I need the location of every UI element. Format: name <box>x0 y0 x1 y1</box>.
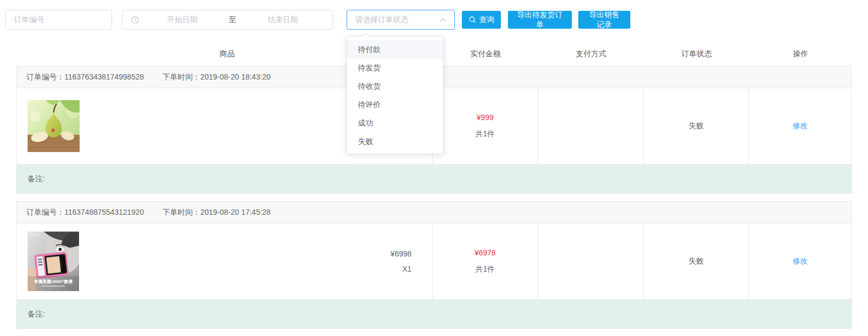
order-status: 失败 <box>688 256 703 266</box>
action-cell: 修改 <box>749 223 851 299</box>
status-option-success[interactable]: 成功 <box>347 114 443 132</box>
modify-link[interactable]: 修改 <box>793 256 808 266</box>
paid-amount-cell: ¥6978 共1件 <box>433 223 538 299</box>
unit-price: ¥6998 <box>390 246 412 261</box>
modify-link[interactable]: 修改 <box>793 121 808 131</box>
date-range-separator: 至 <box>226 15 240 25</box>
order-status-cell: 失败 <box>644 88 749 164</box>
order-no-input[interactable]: 订单编号 <box>5 10 112 30</box>
paid-amount: ¥6978 <box>474 248 495 257</box>
search-button[interactable]: 查询 <box>462 11 501 29</box>
dropdown-arrow <box>362 33 369 40</box>
order-status-cell: 失败 <box>644 223 749 299</box>
product-image-brand: CASIO <box>30 233 40 236</box>
action-cell: 修改 <box>749 88 851 164</box>
column-header-payment-method: 支付方式 <box>538 49 644 59</box>
export-pending-orders-label: 导出待发货订单 <box>516 10 564 30</box>
date-range-picker[interactable]: 开始日期 至 结束日期 <box>122 10 333 30</box>
end-date-placeholder: 结束日期 <box>240 15 327 25</box>
status-option-pending-shipment[interactable]: 待发货 <box>347 58 443 77</box>
export-sales-records-button[interactable]: 导出销售记录 <box>578 11 630 29</box>
order-number: 订单编号：1163763438174998528 <box>27 73 144 82</box>
column-header-order-status: 订单状态 <box>644 49 749 59</box>
export-sales-records-label: 导出销售记录 <box>586 10 622 30</box>
payment-method-cell <box>538 223 644 299</box>
remark-label: 备注: <box>28 174 45 184</box>
start-date-placeholder: 开始日期 <box>139 15 226 25</box>
remark-row: 备注: <box>17 164 851 193</box>
search-icon <box>468 16 477 24</box>
payment-method-cell <box>538 88 644 164</box>
order-status: 失败 <box>688 121 703 131</box>
paid-amount-cell: ¥999 共1件 <box>433 88 538 164</box>
status-option-pending-receipt[interactable]: 待收货 <box>347 77 443 95</box>
order-number: 订单编号：1163748875543121920 <box>27 208 144 218</box>
piece-count: 共1件 <box>475 129 495 139</box>
order-time: 下单时间：2019-08-20 18:43:20 <box>162 73 271 82</box>
remark-label: 备注: <box>28 309 45 319</box>
column-header-paid-amount: 实付金额 <box>433 49 538 59</box>
product-cell: 专属美颜 9000°微调 CASIO ¥6998 X1 <box>17 223 433 299</box>
order-card-body: 专属美颜 9000°微调 CASIO ¥6998 X1 ¥6978 共1件 失败 <box>17 223 851 299</box>
status-option-pending-review[interactable]: 待评价 <box>347 95 443 114</box>
order-status-placeholder: 请选择订单状态 <box>355 15 440 25</box>
order-no-placeholder: 订单编号 <box>14 15 44 25</box>
product-image-pear <box>28 100 80 152</box>
piece-count: 共1件 <box>475 265 495 274</box>
unit-price-quantity: ¥6998 X1 <box>390 246 412 276</box>
chevron-up-icon <box>440 18 446 22</box>
order-card: 订单编号：1163748875543121920 下单时间：2019-08-20… <box>16 201 852 329</box>
clock-icon <box>131 16 139 24</box>
column-header-action: 操作 <box>749 49 852 59</box>
quantity: X1 <box>390 261 412 276</box>
product-image-camera: 专属美颜 9000°微调 CASIO <box>28 232 79 291</box>
remark-row: 备注: <box>17 299 851 328</box>
order-card-header: 订单编号：1163748875543121920 下单时间：2019-08-20… <box>17 202 851 223</box>
paid-amount: ¥999 <box>477 113 493 122</box>
order-management-page: 订单编号 开始日期 至 结束日期 请选择订单状态 <box>0 0 868 336</box>
status-dropdown-panel: 待付款 待发货 待收货 待评价 成功 失败 <box>347 36 443 154</box>
order-time: 下单时间：2019-08-20 17:45:28 <box>162 208 271 218</box>
status-option-failed[interactable]: 失败 <box>347 132 443 150</box>
search-button-label: 查询 <box>479 15 494 25</box>
product-image-caption: 专属美颜 9000°微调 <box>33 279 72 284</box>
status-option-pending-payment[interactable]: 待付款 <box>347 40 443 58</box>
order-status-select[interactable]: 请选择订单状态 <box>347 10 455 30</box>
export-pending-orders-button[interactable]: 导出待发货订单 <box>508 11 572 29</box>
